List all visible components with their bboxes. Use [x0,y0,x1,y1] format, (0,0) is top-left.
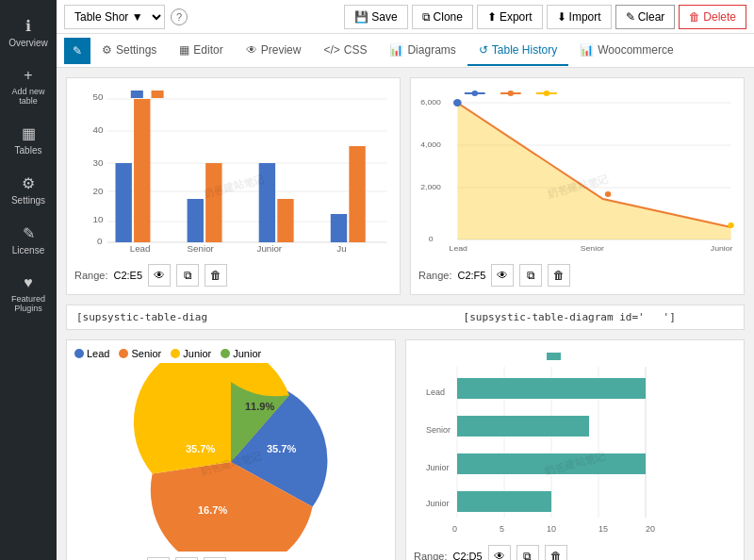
license-icon: ✎ [23,224,35,242]
svg-text:20: 20 [646,524,655,534]
svg-text:5: 5 [500,524,504,534]
sidebar-item-featured[interactable]: ♥ Featured Plugins [0,267,57,321]
tab-table-history[interactable]: ↺ Table History [467,36,568,66]
svg-rect-67 [457,416,589,436]
settings-tab-icon: ⚙ [102,43,112,57]
add-icon: + [24,67,32,84]
sidebar-item-overview[interactable]: ℹ Overview [0,9,57,56]
clone-button[interactable]: ⧉ Clone [412,5,473,29]
svg-rect-21 [277,199,293,242]
svg-text:10: 10 [547,524,556,534]
heart-icon: ♥ [24,274,33,291]
line-chart-svg: 6,000 4,000 2,000 0 [418,86,736,255]
sidebar-item-label: Tables [15,145,42,156]
topbar-left: Table Shor ▼ ? [64,5,338,29]
css-tab-icon: </> [323,43,339,57]
tab-editor[interactable]: ▦ Editor [168,36,234,66]
bar-chart-delete-btn[interactable]: 🗑 [205,264,227,287]
line-chart-range-label: Range: [418,270,451,281]
legend-junior2-dot [221,349,230,358]
hbar-chart-range-value: C2:D5 [452,551,482,560]
svg-text:16.7%: 16.7% [198,504,227,516]
tab-diagrams[interactable]: 📊 Diagrams [378,36,467,66]
svg-text:Junior: Junior [426,499,450,508]
help-icon[interactable]: ? [171,8,188,25]
save-icon: 💾 [354,10,369,24]
export-button[interactable]: ⬆ Export [477,5,543,29]
legend-lead-label: Lead [87,348,109,359]
pencil-bar[interactable]: ✎ [64,38,90,64]
legend-junior-1: Junior [171,348,211,359]
svg-text:6,000: 6,000 [420,97,441,107]
bar-chart-range-value: C2:E5 [113,270,142,281]
preview-tab-icon: 👁 [246,43,257,57]
svg-text:Junior: Junior [426,463,450,472]
svg-rect-17 [188,199,204,242]
svg-text:Lead: Lead [130,243,151,254]
svg-text:40: 40 [93,124,104,135]
charts-row-1: 奶爸建站笔记 50 40 30 20 10 0 [66,77,745,295]
tab-settings[interactable]: ⚙ Settings [90,36,168,66]
svg-point-43 [544,91,550,96]
sidebar-item-add-table[interactable]: + Add new table [0,59,57,113]
line-chart-delete-btn[interactable]: 🗑 [548,264,570,287]
bar-chart-range-label: Range: [74,270,107,281]
clear-button[interactable]: ✎ Clear [615,5,676,29]
svg-text:Senior: Senior [581,243,604,253]
legend-senior-label: Senior [131,348,161,359]
svg-rect-20 [259,163,275,242]
tab-css[interactable]: </> CSS [312,36,378,66]
line-chart-view-btn[interactable]: 👁 [491,264,514,287]
legend-junior1-dot [171,349,180,358]
svg-text:0: 0 [429,234,434,243]
bar-chart-view-btn[interactable]: 👁 [148,264,171,287]
sidebar: ℹ Overview + Add new table ▦ Tables ⚙ Se… [0,0,57,560]
bar-chart-controls: Range: C2:E5 👁 ⧉ 🗑 [74,264,392,287]
tab-woocommerce[interactable]: 📊 Woocommerce [568,36,684,66]
svg-point-37 [728,222,734,228]
line-chart-copy-btn[interactable]: ⧉ [519,264,542,287]
svg-rect-69 [457,491,551,512]
delete-button[interactable]: 🗑 Delete [679,5,746,29]
sidebar-item-license[interactable]: ✎ License [0,217,57,263]
svg-text:Lead: Lead [426,387,445,397]
sidebar-item-tables[interactable]: ▦ Tables [0,117,57,163]
line-chart-panel: 奶爸建站笔记 6,000 4,000 2,000 0 [410,77,745,295]
svg-text:20: 20 [93,186,104,196]
bar-chart-copy-btn[interactable]: ⧉ [176,264,199,287]
svg-text:10: 10 [93,214,104,224]
svg-rect-18 [205,163,221,242]
svg-point-39 [472,91,479,96]
svg-text:15: 15 [598,524,608,534]
export-icon: ⬆ [487,10,497,24]
sidebar-item-label: Add new table [4,87,53,106]
save-button[interactable]: 💾 Save [344,5,407,29]
hbar-chart-delete-btn[interactable]: 🗑 [545,545,567,560]
hbar-chart-range-label: Range: [414,551,447,560]
content-area: 奶爸建站笔记 50 40 30 20 10 0 [57,68,754,560]
tabs-bar: ✎ ⚙ Settings ▦ Editor 👁 Preview </> CSS … [57,34,754,68]
clear-icon: ✎ [626,10,635,24]
svg-text:30: 30 [93,157,104,168]
tab-preview[interactable]: 👁 Preview [235,36,313,66]
delete-icon: 🗑 [689,10,700,24]
svg-text:11.9%: 11.9% [245,401,274,412]
bar-chart-panel: 奶爸建站笔记 50 40 30 20 10 0 [66,77,401,295]
hbar-chart-copy-btn[interactable]: ⧉ [516,545,539,560]
import-button[interactable]: ⬇ Import [547,5,612,29]
svg-text:Senior: Senior [426,425,451,435]
tables-icon: ▦ [22,124,36,142]
sidebar-item-settings[interactable]: ⚙ Settings [0,167,57,213]
svg-text:Lead: Lead [450,243,468,253]
table-name-select[interactable]: Table Shor ▼ [64,5,165,29]
info-icon: ℹ [25,17,31,35]
settings-icon: ⚙ [22,174,35,192]
svg-text:Junior: Junior [257,243,283,254]
svg-text:0: 0 [452,524,457,534]
line-chart-controls: Range: C2:F5 👁 ⧉ 🗑 [418,264,736,287]
hbar-chart-view-btn[interactable]: 👁 [488,545,511,560]
svg-text:0: 0 [97,236,102,246]
svg-rect-68 [457,453,646,474]
shortcode-bar: [supsystic-table-diag [supsystic-table-d… [66,305,745,330]
svg-rect-12 [131,91,143,98]
